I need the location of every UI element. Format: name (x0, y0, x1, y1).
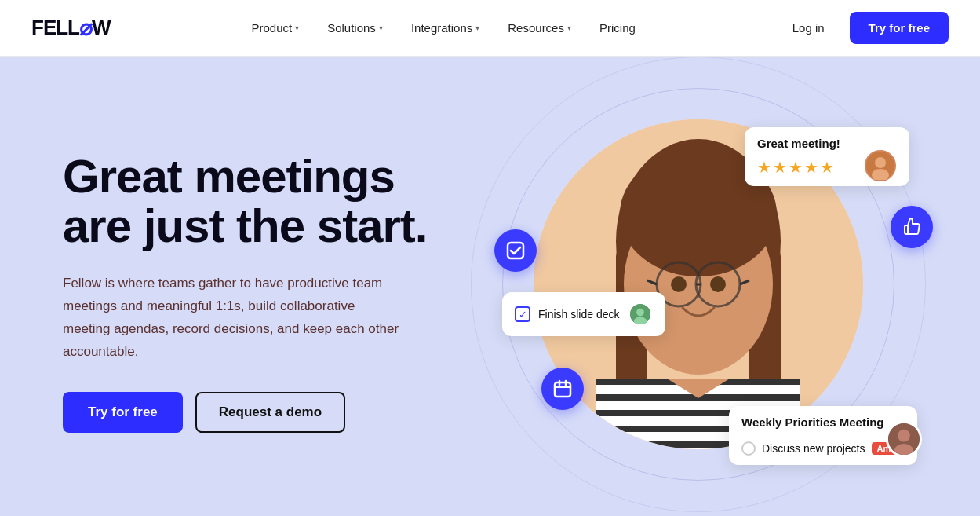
hero-illustration: Great meeting! ★★★★★ (471, 104, 933, 481)
avatar-rater (862, 148, 898, 184)
weekly-meeting-row: Discuss new projects Amir (741, 441, 902, 456)
nav-product[interactable]: Product ▾ (240, 15, 310, 41)
svg-point-32 (898, 430, 910, 442)
nav-solutions[interactable]: Solutions ▾ (316, 15, 394, 41)
nav-actions: Log in Try for free (777, 12, 949, 44)
logo-text-fell: FELL (31, 16, 79, 40)
logo-text-w: W (92, 16, 111, 40)
rating-stars: ★★★★★ (757, 158, 836, 177)
hero-section: Great meetings are just the start. Fello… (0, 57, 980, 516)
discuss-projects-label: Discuss new projects (762, 442, 865, 455)
avatar-amir (886, 421, 922, 457)
nav-links: Product ▾ Solutions ▾ Integrations ▾ Res… (240, 15, 646, 41)
hero-buttons: Try for free Request a demo (63, 392, 471, 433)
navbar: FELL⌀W Product ▾ Solutions ▾ Integration… (0, 0, 980, 57)
chevron-down-icon: ▾ (475, 24, 479, 32)
hero-title: Great meetings are just the start. (63, 152, 471, 251)
try-free-hero-button[interactable]: Try for free (63, 392, 183, 433)
logo-slash: ⌀ (79, 15, 92, 41)
thumbsup-icon-circle (891, 206, 933, 248)
chevron-down-icon: ▾ (295, 24, 299, 32)
checkbox-checked: ✓ (515, 306, 530, 322)
finish-deck-card: ✓ Finish slide deck (502, 292, 665, 336)
calendar-icon-circle (541, 368, 584, 410)
svg-point-30 (633, 317, 646, 325)
meeting-rating-card: Great meeting! ★★★★★ (745, 127, 909, 186)
chevron-down-icon: ▾ (379, 24, 383, 32)
avatar-person2 (628, 302, 653, 327)
hero-description: Fellow is where teams gather to have pro… (63, 273, 400, 364)
svg-point-12 (671, 276, 687, 292)
svg-point-33 (894, 444, 913, 457)
logo[interactable]: FELL⌀W (31, 15, 111, 41)
request-demo-button[interactable]: Request a demo (195, 392, 345, 433)
login-button[interactable]: Log in (777, 13, 840, 42)
task-icon-circle (494, 229, 537, 272)
svg-point-13 (710, 276, 726, 292)
nav-resources[interactable]: Resources ▾ (497, 15, 582, 41)
weekly-meeting-title: Weekly Priorities Meeting (741, 415, 883, 429)
chevron-down-icon: ▾ (567, 24, 571, 32)
try-free-nav-button[interactable]: Try for free (850, 12, 949, 44)
svg-point-29 (636, 309, 644, 317)
svg-rect-24 (555, 382, 570, 397)
nav-pricing[interactable]: Pricing (588, 15, 647, 41)
nav-integrations[interactable]: Integrations ▾ (400, 15, 490, 41)
empty-checkbox (741, 441, 756, 456)
svg-point-21 (875, 157, 886, 168)
meeting-rating-title: Great meeting! (757, 137, 840, 150)
finish-deck-label: Finish slide deck (538, 308, 620, 320)
hero-left: Great meetings are just the start. Fello… (63, 152, 471, 433)
